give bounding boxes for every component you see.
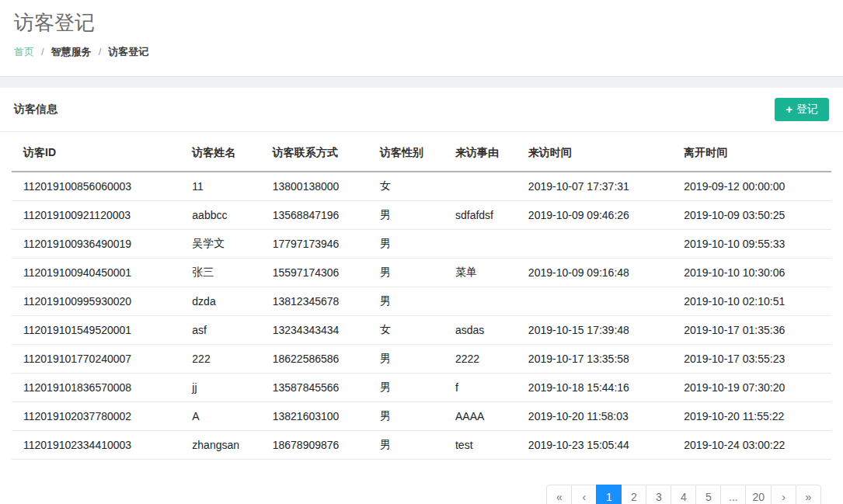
cell-col-3: 17797173946 [261,229,368,258]
table-header-row: 访客ID访客姓名访客联系方式访客性别来访事由来访时间离开时间 [12,132,831,172]
card-header: 访客信息 + 登记 [0,88,843,132]
cell-col-7: 2019-10-20 11:55:22 [672,401,831,430]
cell-col-3: 13812345678 [261,287,368,315]
cell-col-6: 2019-10-09 09:46:26 [517,200,672,229]
cell-col-6: 2019-10-18 15:44:16 [517,373,672,401]
cell-col-7: 2019-09-12 00:00:00 [672,172,831,201]
cell-col-3: 18678909876 [261,430,368,459]
column-header-2: 访客姓名 [180,132,260,172]
pagination-last-page-button[interactable]: » [796,485,821,504]
visitor-table: 访客ID访客姓名访客联系方式访客性别来访事由来访时间离开时间 112019100… [12,132,831,460]
cell-col-6: 2019-10-09 09:16:48 [517,258,672,287]
cell-col-4: 男 [368,344,444,373]
cell-col-3: 13800138000 [261,172,368,201]
cell-col-4: 男 [368,200,444,229]
pagination-ellipsis: ... [720,485,746,504]
cell-col-6: 2019-10-17 13:35:58 [517,344,672,373]
pagination-page-5[interactable]: 5 [695,485,721,504]
table-row: 112019102334410003zhangsan18678909876男te… [12,430,831,459]
cell-col-5: 2222 [444,344,517,373]
table-row: 112019100995930020dzda13812345678男2019-1… [12,287,831,315]
cell-col-2: asf [180,315,260,344]
cell-col-7: 2019-10-19 07:30:20 [672,373,831,401]
cell-col-5: 菜单 [444,258,517,287]
cell-col-2: 张三 [180,258,260,287]
breadcrumb-separator: / [99,46,102,57]
cell-col-1: 112019100995930020 [12,287,180,315]
table-row: 112019100940450001张三15597174306男菜单2019-1… [12,258,831,287]
cell-col-1: 112019102334410003 [12,430,180,459]
cell-col-5 [444,287,517,315]
cell-col-2: aabbcc [180,200,260,229]
pagination-prev-page-button[interactable]: ‹ [571,485,597,504]
cell-col-5: AAAA [444,401,517,430]
cell-col-4: 男 [368,229,444,258]
cell-col-3: 13568847196 [261,200,368,229]
cell-col-4: 女 [368,315,444,344]
cell-col-5 [444,229,517,258]
table-row: 112019100936490019吴学文17797173946男2019-10… [12,229,831,258]
pagination-page-4[interactable]: 4 [671,485,696,504]
table-row: 112019102037780002A13821603100男AAAA2019-… [12,401,831,430]
pagination-page-20[interactable]: 20 [745,485,772,504]
cell-col-4: 男 [368,430,444,459]
cell-col-6 [517,287,672,315]
cell-col-5: asdas [444,315,517,344]
cell-col-4: 男 [368,258,444,287]
breadcrumb-item-3: 访客登记 [108,45,148,59]
cell-col-2: 222 [180,344,260,373]
cell-col-3: 13821603100 [261,401,368,430]
cell-col-4: 女 [368,172,444,201]
table-row: 112019101836570008jj13587845566男f2019-10… [12,373,831,401]
table-row: 112019100921120003aabbcc13568847196男sdfa… [12,200,831,229]
breadcrumb: 首页/智慧服务/访客登记 [14,45,829,59]
pagination-page-1[interactable]: 1 [596,485,622,504]
column-header-5: 来访事由 [444,132,517,172]
page-title: 访客登记 [14,12,829,35]
cell-col-2: 吴学文 [180,229,260,258]
cell-col-4: 男 [368,287,444,315]
column-header-7: 离开时间 [672,132,831,172]
breadcrumb-separator: / [41,46,44,57]
cell-col-5: test [444,430,517,459]
column-header-4: 访客性别 [368,132,444,172]
column-header-3: 访客联系方式 [261,132,368,172]
pagination-first-page-button[interactable]: « [546,485,572,504]
breadcrumb-item-1[interactable]: 首页 [14,45,34,59]
cell-col-7: 2019-10-10 10:30:06 [672,258,831,287]
table-row: 1120191008560600031113800138000女2019-10-… [12,172,831,201]
cell-col-3: 18622586586 [261,344,368,373]
cell-col-1: 112019101770240007 [12,344,180,373]
cell-col-1: 112019100856060003 [12,172,180,201]
cell-col-5 [444,172,517,201]
header-divider-band [0,76,843,88]
cell-col-6: 2019-10-23 15:05:44 [517,430,672,459]
cell-col-7: 2019-10-10 09:55:33 [672,229,831,258]
pagination-page-3[interactable]: 3 [646,485,671,504]
cell-col-1: 112019100921120003 [12,200,180,229]
cell-col-7: 2019-10-24 03:00:22 [672,430,831,459]
pagination: «‹12345...20›» [22,485,821,504]
cell-col-3: 15597174306 [261,258,368,287]
cell-col-7: 2019-10-17 01:35:36 [672,315,831,344]
register-button[interactable]: + 登记 [775,98,829,121]
cell-col-5: f [444,373,517,401]
cell-col-1: 112019100936490019 [12,229,180,258]
cell-col-7: 2019-10-17 03:55:23 [672,344,831,373]
cell-col-6 [517,229,672,258]
card-title: 访客信息 [14,103,57,116]
pagination-next-page-button[interactable]: › [771,485,796,504]
cell-col-1: 112019101549520001 [12,315,180,344]
pagination-page-2[interactable]: 2 [621,485,646,504]
cell-col-1: 112019101836570008 [12,373,180,401]
table-body: 1120191008560600031113800138000女2019-10-… [12,172,831,460]
column-header-1: 访客ID [12,132,180,172]
cell-col-1: 112019100940450001 [12,258,180,287]
cell-col-6: 2019-10-15 17:39:48 [517,315,672,344]
cell-col-3: 13234343434 [261,315,368,344]
cell-col-3: 13587845566 [261,373,368,401]
page-header: 访客登记 首页/智慧服务/访客登记 [0,0,843,76]
cell-col-2: zhangsan [180,430,260,459]
cell-col-2: jj [180,373,260,401]
visitor-table-wrap: 访客ID访客姓名访客联系方式访客性别来访事由来访时间离开时间 112019100… [0,132,843,460]
